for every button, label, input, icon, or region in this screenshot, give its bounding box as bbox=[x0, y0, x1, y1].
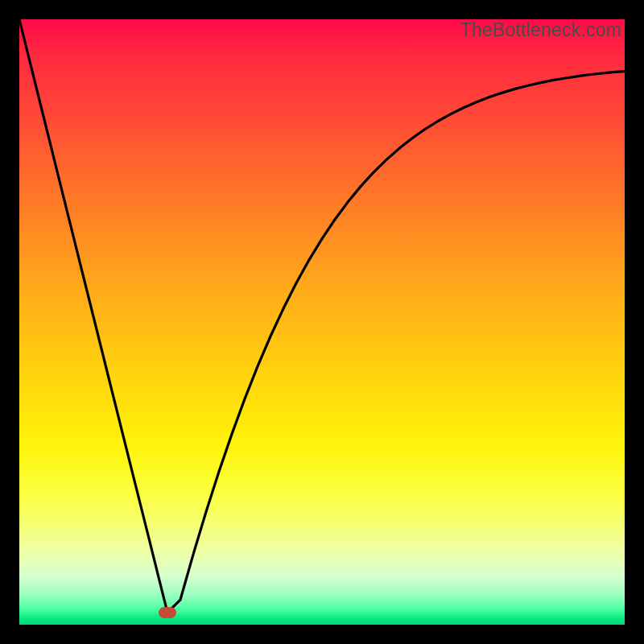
bottleneck-curve bbox=[19, 19, 625, 613]
chart-frame: TheBottleneck.com bbox=[19, 19, 625, 625]
watermark-text: TheBottleneck.com bbox=[460, 19, 621, 41]
minimum-marker-dot bbox=[159, 607, 176, 618]
chart-curve-layer bbox=[19, 19, 625, 625]
